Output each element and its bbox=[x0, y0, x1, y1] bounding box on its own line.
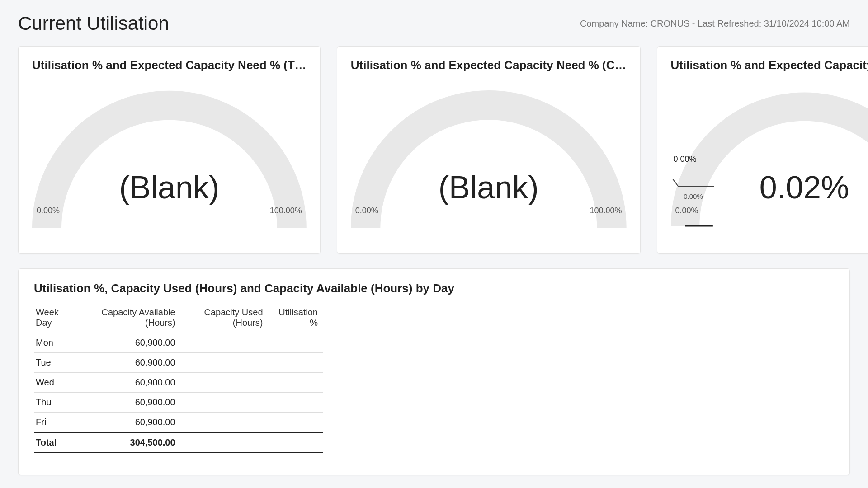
gauge-title: Utilisation % and Expected Capacity Need… bbox=[351, 58, 627, 72]
gauges-row: Utilisation % and Expected Capacity Need… bbox=[18, 46, 850, 254]
gauge-chart: (Blank) 0.00% 100.00% bbox=[351, 78, 627, 241]
col-weekday[interactable]: Week Day bbox=[34, 304, 79, 333]
gauge-value: (Blank) bbox=[32, 169, 307, 206]
table-row[interactable]: Thu60,900.00 bbox=[34, 393, 323, 413]
col-utilisation[interactable]: Utilisation % bbox=[269, 304, 323, 333]
table-title: Utilisation %, Capacity Used (Hours) and… bbox=[34, 282, 834, 296]
table-total-row: Total304,500.00 bbox=[34, 432, 323, 453]
page-title: Current Utilisation bbox=[18, 13, 169, 34]
gauge-card-2[interactable]: Utilisation % and Expected Capacity Need… bbox=[657, 46, 868, 254]
gauge-arc-icon bbox=[351, 85, 627, 233]
table-card[interactable]: Utilisation %, Capacity Used (Hours) and… bbox=[18, 268, 850, 475]
table-row[interactable]: Tue60,900.00 bbox=[34, 353, 323, 373]
gauge-card-0[interactable]: Utilisation % and Expected Capacity Need… bbox=[18, 46, 321, 254]
cell-total-used bbox=[181, 432, 269, 453]
table-row[interactable]: Wed60,900.00 bbox=[34, 373, 323, 393]
utilisation-table: Week Day Capacity Available (Hours) Capa… bbox=[34, 304, 323, 453]
cell-util bbox=[269, 333, 323, 353]
table-row[interactable]: Fri60,900.00 bbox=[34, 413, 323, 433]
gauge-chart: 0.02% 0.00% 0.00% 100.00% 0.00% bbox=[671, 78, 868, 241]
cell-total-available: 304,500.00 bbox=[79, 432, 181, 453]
gauge-min-label: 0.00% bbox=[37, 206, 60, 216]
header: Current Utilisation Company Name: CRONUS… bbox=[18, 13, 850, 34]
sparkline-icon bbox=[672, 177, 715, 189]
cell-available: 60,900.00 bbox=[79, 373, 181, 393]
gauge-max-label: 100.00% bbox=[590, 206, 622, 216]
cell-weekday: Thu bbox=[34, 393, 79, 413]
cell-util bbox=[269, 373, 323, 393]
cell-available: 60,900.00 bbox=[79, 333, 181, 353]
cell-util bbox=[269, 413, 323, 433]
cell-util bbox=[269, 393, 323, 413]
cell-used bbox=[181, 373, 269, 393]
table-header-row: Week Day Capacity Available (Hours) Capa… bbox=[34, 304, 323, 333]
gauge-title: Utilisation % and Expected Capacity Need… bbox=[32, 58, 307, 72]
gauge-chart: (Blank) 0.00% 100.00% bbox=[32, 78, 307, 241]
cell-weekday: Fri bbox=[34, 413, 79, 433]
refresh-info: Company Name: CRONUS - Last Refreshed: 3… bbox=[580, 19, 850, 29]
cell-used bbox=[181, 413, 269, 433]
gauge-needle-label: 0.00% bbox=[674, 155, 697, 164]
gauge-card-1[interactable]: Utilisation % and Expected Capacity Need… bbox=[337, 46, 641, 254]
gauge-arc-icon bbox=[32, 86, 307, 233]
col-capacity-available[interactable]: Capacity Available (Hours) bbox=[79, 304, 181, 333]
gauge-min-label: 0.00% bbox=[355, 206, 378, 216]
cell-available: 60,900.00 bbox=[79, 353, 181, 373]
cell-available: 60,900.00 bbox=[79, 393, 181, 413]
cell-used bbox=[181, 393, 269, 413]
mini-sparkline-label: 0.00% bbox=[672, 192, 715, 200]
cell-weekday: Wed bbox=[34, 373, 79, 393]
mini-sparkline: 0.00% bbox=[672, 177, 715, 200]
cell-used bbox=[181, 353, 269, 373]
gauge-title: Utilisation % and Expected Capacity Need… bbox=[671, 58, 868, 72]
gauge-arc-icon bbox=[671, 88, 868, 231]
cell-available: 60,900.00 bbox=[79, 413, 181, 433]
cell-total-label: Total bbox=[34, 432, 79, 453]
gauge-min-label: 0.00% bbox=[675, 206, 698, 216]
table-row[interactable]: Mon60,900.00 bbox=[34, 333, 323, 353]
col-capacity-used[interactable]: Capacity Used (Hours) bbox=[181, 304, 269, 333]
gauge-value: (Blank) bbox=[351, 169, 627, 206]
gauge-max-label: 100.00% bbox=[270, 206, 302, 216]
cell-util bbox=[269, 353, 323, 373]
cell-total-util bbox=[269, 432, 323, 453]
cell-used bbox=[181, 333, 269, 353]
cell-weekday: Tue bbox=[34, 353, 79, 373]
cell-weekday: Mon bbox=[34, 333, 79, 353]
